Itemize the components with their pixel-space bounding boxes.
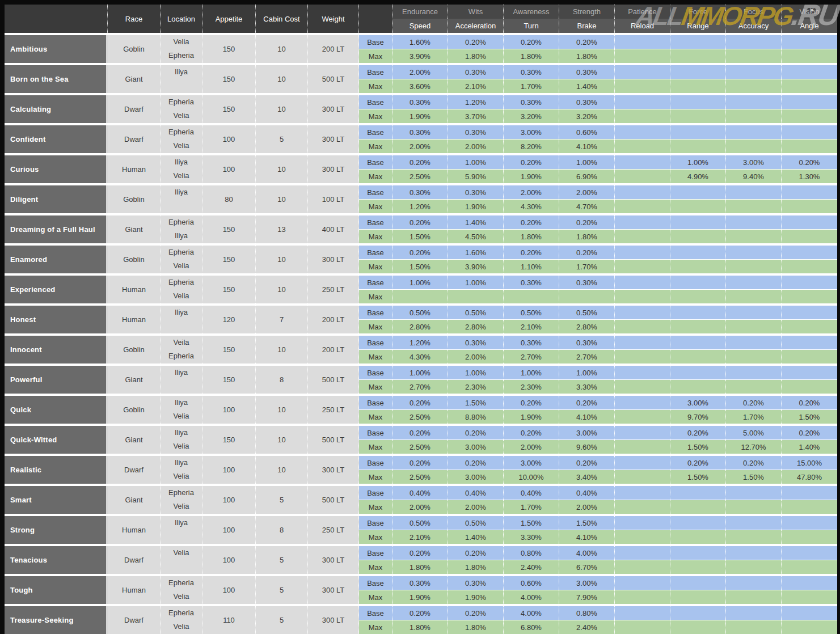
stat-cell-max-brake: 1.70% [559,260,615,273]
stat-cell-max-range: 4.90% [670,170,726,183]
cabin-cost-cell: 10 [256,65,308,93]
stat-cell-base-reload [615,426,670,439]
stat-cell-max-speed: 2.00% [392,500,448,514]
stat-cell-base-accuracy [726,95,782,109]
race-cell: Human [108,516,161,544]
stat-cell-base-turn: 0.30% [504,95,559,109]
table-row: Quick-Witted Giant Iliya Velia 150 10 50… [5,426,837,454]
stat-cell-max-accuracy [726,200,782,213]
stat-cell-max-angle [782,380,837,394]
stat-cell-base-acceleration: 1.20% [448,95,504,109]
stat-cell-base-speed: 0.50% [392,516,448,530]
stat-cell-base-turn: 0.30% [504,336,559,349]
sailor-name: Honest [5,306,108,333]
stat-cell-base-acceleration: 0.20% [448,606,504,620]
stat-cell-max-range [670,560,726,574]
max-label: Max [359,230,392,243]
sailor-name: Calculating [5,95,108,123]
stat-cell-max-accuracy [726,500,782,514]
stat-cell-base-acceleration: 1.00% [448,366,504,379]
stat-cell-base-turn: 4.00% [504,606,559,620]
stat-cell-base-angle [782,546,837,560]
stat-cell-base-angle [782,486,837,500]
stat-cell-max-acceleration: 1.80% [448,620,504,634]
stat-cell-base-turn: 0.20% [504,246,559,259]
stat-cell-max-speed: 2.50% [392,410,448,424]
stat-cell-base-range: 0.20% [670,456,726,470]
stat-cell-base-brake: 0.30% [559,336,615,349]
stat-cell-base-acceleration: 0.30% [448,336,504,349]
max-label: Max [359,79,392,93]
stat-cell-base-brake: 0.30% [559,95,615,109]
cabin-cost-cell: 5 [256,606,308,634]
stat-cell-max-range [670,500,726,514]
stat-cell-base-accuracy [726,35,782,49]
stat-cell-base-range [670,336,726,349]
location-line-1: Iliya [175,306,188,319]
max-label: Max [359,260,392,273]
stat-cell-max-turn [504,290,559,303]
appetite-column-header: Appetite [202,5,256,33]
appetite-cell: 80 [202,185,256,213]
cabin-cost-column-header: Cabin Cost [256,5,308,33]
stat-header-angle: Angle [782,19,837,33]
base-label: Base [359,95,392,109]
stat-cell-base-angle [782,366,837,379]
stat-cell-base-acceleration: 0.20% [448,456,504,470]
stat-cell-max-angle [782,320,837,333]
stat-cell-base-range [670,185,726,199]
stat-cell-max-range [670,109,726,123]
table-row: Curious Human Iliya Velia 100 10 300 LT … [5,155,837,183]
stat-cell-max-angle: 1.50% [782,410,837,424]
stat-cell-base-brake: 4.00% [559,546,615,560]
stat-cell-base-range [670,65,726,79]
stat-cell-max-speed: 1.80% [392,560,448,574]
race-cell: Goblin [108,185,161,213]
location-cell: Epheria Velia [161,576,202,604]
cabin-cost-cell: 10 [256,336,308,364]
stat-cell-base-reload [615,516,670,530]
stat-cell-max-brake: 3.40% [559,470,615,484]
stat-cell-max-brake: 3.30% [559,380,615,394]
base-label: Base [359,576,392,590]
stat-header-brake: Brake [559,19,615,33]
stat-cell-max-turn: 2.40% [504,560,559,574]
location-cell: Epheria Velia [161,486,202,514]
appetite-cell: 100 [202,486,256,514]
table-row: Realistic Dwarf Iliya Velia 100 10 300 L… [5,456,837,484]
stat-cell-max-accuracy [726,320,782,333]
appetite-cell: 100 [202,516,256,544]
watermark-close-icon[interactable]: × [809,6,814,14]
stat-cell-base-brake: 0.20% [559,215,615,229]
location-cell: Iliya Velia [161,456,202,484]
stat-cell-base-angle: 0.20% [782,155,837,169]
stat-cell-base-brake: 0.20% [559,246,615,259]
stat-cell-max-angle: 1.40% [782,440,837,454]
stat-cell-base-accuracy [726,366,782,379]
table-row: Confident Dwarf Epheria Velia 100 5 300 … [5,125,837,153]
stat-cell-max-brake: 4.10% [559,140,615,153]
stat-cell-base-angle [782,516,837,530]
location-line-2: Velia [173,470,189,483]
max-label: Max [359,470,392,484]
stat-cell-base-acceleration: 1.50% [448,396,504,409]
stat-cell-max-reload [615,170,670,183]
stat-cell-max-range: 9.70% [670,410,726,424]
table-row: Tenacious Dwarf Velia 100 5 300 LT Base … [5,546,837,574]
base-label: Base [359,35,392,49]
stat-cell-max-reload [615,530,670,544]
stat-cell-base-acceleration: 0.30% [448,576,504,590]
race-cell: Goblin [108,396,161,424]
stat-cell-max-range [670,530,726,544]
appetite-cell: 150 [202,35,256,63]
stat-cell-max-brake: 4.70% [559,200,615,213]
stat-cell-base-turn: 2.00% [504,185,559,199]
base-label: Base [359,215,392,229]
max-label: Max [359,140,392,153]
location-line-1: Iliya [175,426,188,439]
cabin-cost-cell: 13 [256,215,308,243]
stat-cell-base-reload [615,366,670,379]
stat-cell-base-speed: 0.30% [392,125,448,139]
stat-cell-max-range [670,380,726,394]
stat-cell-max-reload [615,290,670,303]
